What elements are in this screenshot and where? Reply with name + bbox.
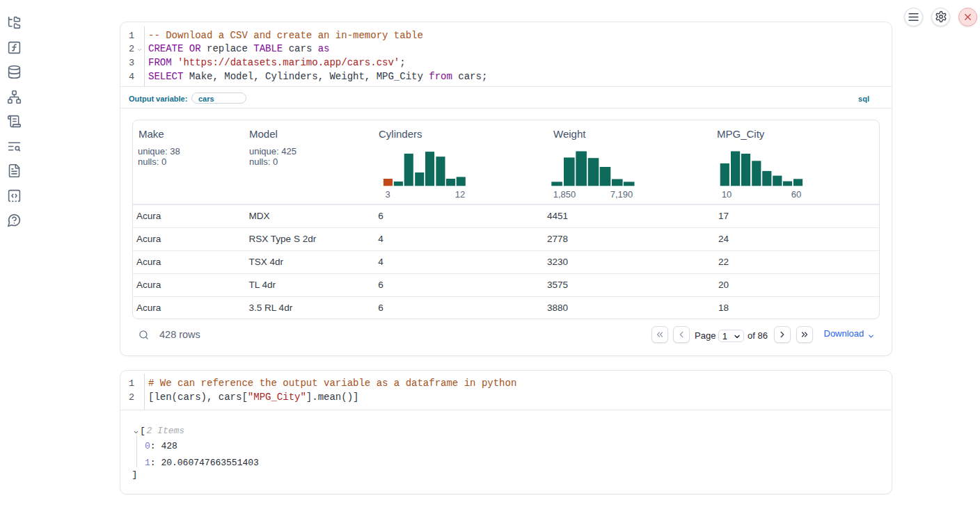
- svg-text:12: 12: [455, 189, 465, 200]
- svg-text:7,190: 7,190: [610, 189, 633, 200]
- svg-text:60: 60: [791, 189, 801, 200]
- svg-text:1,850: 1,850: [553, 189, 576, 200]
- svg-text:10: 10: [722, 189, 732, 200]
- svg-text:3: 3: [385, 189, 390, 200]
